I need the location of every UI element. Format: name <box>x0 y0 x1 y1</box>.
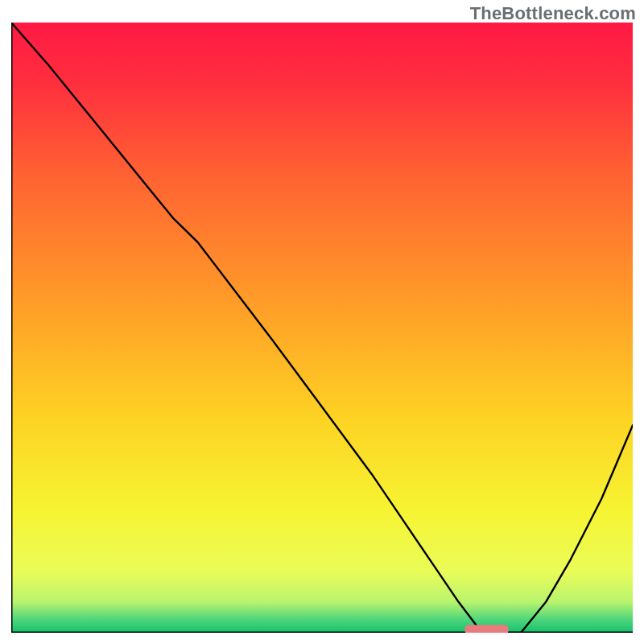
watermark-text: TheBottleneck.com <box>470 3 636 24</box>
bottleneck-chart <box>11 23 633 633</box>
optimal-zone-marker <box>465 625 509 633</box>
chart-frame: TheBottleneck.com <box>0 0 644 644</box>
gradient-background <box>11 23 633 633</box>
plot-container <box>11 23 633 633</box>
